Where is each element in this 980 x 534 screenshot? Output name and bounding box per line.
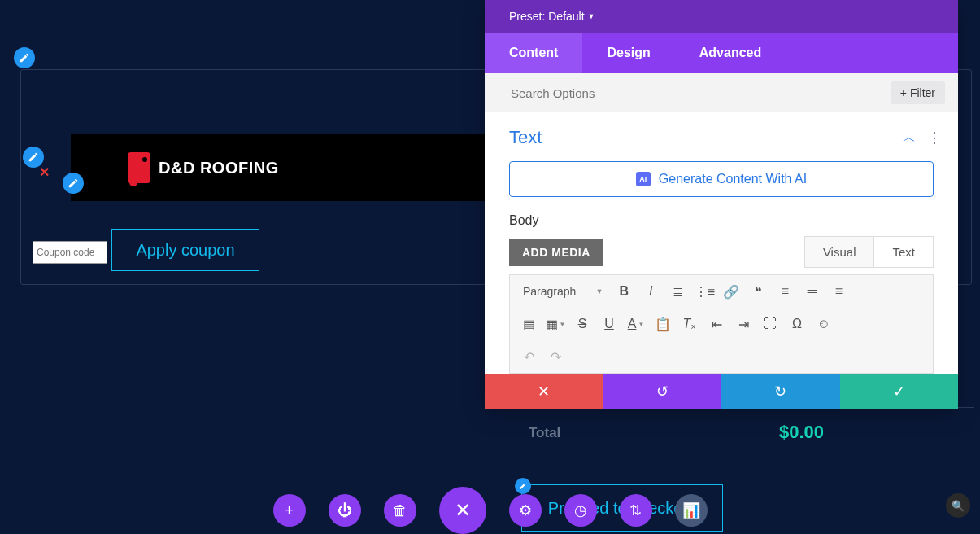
text-tab[interactable]: Text (874, 237, 933, 267)
edit-module-icon[interactable] (63, 173, 84, 194)
chevron-up-icon[interactable]: ︿ (903, 129, 916, 147)
logo-icon (128, 152, 150, 183)
media-row: ADD MEDIA Visual Text (485, 236, 958, 274)
kebab-menu-icon[interactable]: ⋮ (927, 129, 942, 147)
save-button[interactable]: ✓ (840, 374, 959, 409)
coupon-code-input[interactable] (33, 241, 107, 264)
visual-tab[interactable]: Visual (805, 237, 875, 267)
search-options-row: +Filter (485, 73, 958, 112)
total-label: Total (529, 425, 560, 441)
undo-button[interactable]: ↺ (603, 374, 722, 409)
totals-section (519, 407, 974, 456)
align-left-icon[interactable]: ≡ (773, 280, 797, 303)
ai-icon: AI (636, 172, 651, 186)
remove-icon[interactable]: ✕ (39, 164, 50, 180)
outdent-icon[interactable]: ⇤ (704, 313, 729, 335)
panel-footer: ✕ ↺ ↻ ✓ (485, 374, 958, 409)
trash-icon[interactable]: 🗑 (384, 494, 416, 527)
search-options-input[interactable] (511, 86, 891, 100)
redo-icon[interactable]: ↷ (543, 345, 568, 368)
edit-row-icon[interactable] (23, 147, 44, 168)
preset-label: Preset: Default (509, 10, 585, 23)
section-header: Text ︿ ⋮ (485, 112, 958, 161)
justify-icon[interactable]: ▤ (516, 313, 541, 335)
body-label: Body (485, 213, 958, 236)
bullet-list-icon[interactable]: ≣ (665, 280, 690, 303)
numbered-list-icon[interactable]: ⋮≡ (692, 280, 716, 303)
swap-icon[interactable]: ⇅ (620, 494, 652, 527)
edit-section-icon[interactable] (14, 47, 35, 68)
tab-design[interactable]: Design (582, 33, 674, 73)
history-icon[interactable]: ◷ (564, 494, 597, 527)
paste-icon[interactable]: 📋 (651, 313, 675, 335)
omega-icon[interactable]: Ω (785, 313, 809, 335)
text-color-icon[interactable]: A▼ (624, 313, 648, 335)
link-icon[interactable]: 🔗 (719, 280, 743, 303)
module-settings-panel: Preset: Default ▼ Content Design Advance… (485, 0, 958, 409)
clear-format-icon[interactable]: Tₓ (677, 313, 702, 335)
rich-text-toolbar: Paragraph▼ B I ≣ ⋮≡ 🔗 ❝ ≡ ═ ≡ ▤ ▦▼ S U A… (509, 274, 934, 374)
redo-button[interactable]: ↻ (721, 374, 840, 409)
emoji-icon[interactable]: ☺ (812, 313, 836, 335)
generate-ai-button[interactable]: AI Generate Content With AI (509, 161, 934, 197)
tab-advanced[interactable]: Advanced (675, 33, 786, 73)
strikethrough-icon[interactable]: S (570, 313, 595, 335)
apply-coupon-button[interactable]: Apply coupon (111, 229, 259, 271)
panel-tabs: Content Design Advanced (485, 33, 958, 73)
italic-icon[interactable]: I (638, 280, 663, 303)
section-title: Text (509, 127, 542, 148)
table-icon[interactable]: ▦▼ (543, 313, 568, 335)
caret-down-icon: ▼ (595, 287, 603, 295)
settings-icon[interactable]: ⚙ (509, 494, 542, 527)
brand-name: D&D ROOFING (159, 159, 279, 177)
search-fab-icon[interactable]: 🔍 (946, 493, 970, 518)
cancel-button[interactable]: ✕ (485, 374, 603, 409)
quote-icon[interactable]: ❝ (746, 280, 770, 303)
stats-icon[interactable]: 📊 (675, 494, 708, 527)
paragraph-select[interactable]: Paragraph▼ (516, 280, 609, 303)
bold-icon[interactable]: B (612, 280, 636, 303)
undo-icon[interactable]: ↶ (516, 345, 541, 368)
builder-toolbar: + ⏻ 🗑 ✕ ⚙ ◷ ⇅ 📊 (0, 487, 980, 534)
align-right-icon[interactable]: ≡ (826, 280, 851, 303)
fullscreen-icon[interactable]: ⛶ (758, 313, 782, 335)
align-center-icon[interactable]: ═ (799, 280, 824, 303)
tab-content[interactable]: Content (485, 33, 582, 73)
close-builder-icon[interactable]: ✕ (439, 487, 486, 534)
panel-preset-bar[interactable]: Preset: Default ▼ (485, 0, 958, 33)
underline-icon[interactable]: U (597, 313, 621, 335)
editor-mode-toggle: Visual Text (804, 236, 934, 268)
plus-icon: + (900, 86, 907, 99)
add-media-button[interactable]: ADD MEDIA (509, 239, 603, 266)
add-icon[interactable]: + (273, 494, 306, 527)
total-value: $0.00 (779, 422, 824, 443)
power-icon[interactable]: ⏻ (329, 494, 361, 527)
caret-down-icon: ▼ (588, 12, 595, 20)
filter-button[interactable]: +Filter (891, 81, 945, 104)
indent-icon[interactable]: ⇥ (731, 313, 756, 335)
